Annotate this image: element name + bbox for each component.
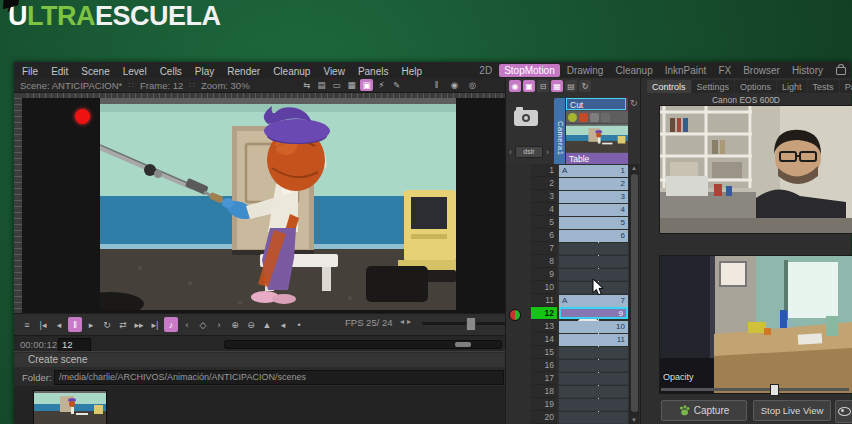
previous-frame-icon[interactable]: ◂ [52,317,66,332]
column-name-header[interactable]: Cut [566,98,626,110]
menu-render[interactable]: Render [227,66,260,77]
frame-number-2[interactable]: 2 [531,177,557,190]
room-tab-drawing[interactable]: Drawing [562,64,609,77]
fx-preview-icon[interactable]: ⚡ [375,79,388,91]
previous-level-icon[interactable]: ‹ [509,147,512,157]
frame-number-6[interactable]: 6 [531,229,557,242]
ping-pong-icon[interactable]: ⇄ [116,317,130,332]
tab-controls[interactable]: Controls [647,80,691,93]
edit-in-place-icon[interactable]: ✎ [390,79,403,91]
frame-number-3[interactable]: 3 [531,190,557,203]
frame-number-20[interactable]: 20 [531,411,557,424]
frame-number-7[interactable]: 7 [531,242,557,255]
scroll-down-icon[interactable]: ▼ [629,417,639,423]
menu-edit[interactable]: Edit [51,66,68,77]
snapshot-icon[interactable]: ▤ [315,79,328,91]
camstand-visible-icon[interactable] [579,113,588,122]
room-tab-fx[interactable]: FX [713,64,736,77]
scene-thumbnail[interactable] [33,390,107,424]
key-icon[interactable]: ◇ [196,317,210,332]
first-frame-icon[interactable]: |◂ [36,317,50,332]
fps-slider-handle[interactable] [466,317,476,331]
test-shot-icon[interactable]: ▦ [551,80,563,92]
room-tab-history[interactable]: History [787,64,828,77]
xsheet-cell-frame-13[interactable]: 10 [559,321,628,333]
current-frame-field[interactable]: 12 [58,338,91,352]
frame-number-12[interactable]: 12 [531,307,557,320]
viewer-menu-icon[interactable]: ≡ [20,317,34,332]
folder-path-input[interactable]: /media/charlie/ARCHIVOS/Animación/ANTICI… [54,370,504,385]
xsheet-cell-frame-11[interactable]: A7 [559,295,628,307]
xsheet-cell-frame-6[interactable]: 6 [559,230,628,242]
frame-number-5[interactable]: 5 [531,216,557,229]
zoom-out-icon[interactable]: ⊖ [244,317,258,332]
play-range-icon[interactable]: ▸▸ [132,317,146,332]
stop-live-view-button[interactable]: Stop Live View [753,400,831,421]
frame-number-4[interactable]: 4 [531,203,557,216]
fps-slider-track[interactable] [422,322,506,325]
xsheet-cell-frame-7[interactable] [559,243,628,255]
flip-v-icon[interactable]: ◂ [276,317,290,332]
play-icon[interactable]: ▸ [84,317,98,332]
camera-stand-view-icon[interactable]: ▣ [360,79,373,91]
xsheet-cell-frame-8[interactable] [559,256,628,268]
xsheet-cell-frame-12[interactable]: 9 [559,307,628,319]
xsheet-cell-frame-19[interactable] [559,399,628,411]
capture-frame-icon[interactable]: ◉ [509,80,521,92]
menu-scene[interactable]: Scene [81,66,109,77]
new-note-icon[interactable]: ▤ [565,80,577,92]
xsheet-cell-frame-20[interactable] [559,412,628,424]
frame-number-17[interactable]: 17 [531,372,557,385]
preview-visible-icon[interactable] [568,113,577,122]
compare-snapshot-icon[interactable]: ▭ [330,79,343,91]
tab-settings[interactable]: Settings [692,80,735,93]
xsheet-cell-frame-18[interactable] [559,386,628,398]
loop-icon[interactable]: ↻ [100,317,114,332]
audio-icon[interactable]: ♪ [164,317,178,332]
menu-view[interactable]: View [323,66,345,77]
frame-number-14[interactable]: 14 [531,333,557,346]
frame-number-13[interactable]: 13 [531,320,557,333]
tab-tests[interactable]: Tests [808,80,839,93]
menu-cleanup[interactable]: Cleanup [273,66,310,77]
fps-step-buttons[interactable]: ◂▸ [400,317,414,326]
frame-number-10[interactable]: 10 [531,281,557,294]
frame-range-handle[interactable] [455,342,471,347]
lock-icon[interactable] [836,67,846,75]
freeze-icon[interactable]: ‖ [430,79,443,91]
menu-help[interactable]: Help [401,66,422,77]
xsheet-cell-frame-3[interactable]: 3 [559,191,628,203]
room-tab-cleanup[interactable]: Cleanup [610,64,657,77]
xsheet-cell-frame-5[interactable]: 5 [559,217,628,229]
view-mode-icon[interactable]: ▦ [345,79,358,91]
frame-number-1[interactable]: 1 [531,164,557,177]
frame-number-8[interactable]: 8 [531,255,557,268]
menu-level[interactable]: Level [123,66,147,77]
frame-number-16[interactable]: 16 [531,359,557,372]
frame-range-bar[interactable] [224,340,502,349]
room-tab-stopmotion[interactable]: StopMotion [499,64,560,77]
room-tab-inknpaint[interactable]: InknPaint [660,64,712,77]
live-view-icon[interactable]: ▣ [523,80,535,92]
xsheet-cell-frame-15[interactable] [559,347,628,359]
xsheet-scrollbar[interactable]: ▲ ▼ [629,164,639,424]
xsheet-cell-frame-17[interactable] [559,373,628,385]
xsheet-cell-frame-1[interactable]: A1 [559,165,628,177]
capture-button[interactable]: Capture [661,400,747,421]
menu-play[interactable]: Play [195,66,214,77]
frame-number-9[interactable]: 9 [531,268,557,281]
last-frame-icon[interactable]: ▸| [148,317,162,332]
tab-options[interactable]: Options [735,80,776,93]
next-level-icon[interactable]: › [546,147,549,157]
pause-icon[interactable]: ‖ [68,317,82,332]
preview-eye-icon[interactable]: ◉ [448,79,461,91]
opacity-slider-track[interactable] [661,388,849,391]
tab-paths[interactable]: Paths [840,80,852,93]
frame-number-11[interactable]: 11 [531,294,557,307]
live-view-eye-button[interactable] [835,400,852,423]
scroll-up-icon[interactable]: ▲ [629,165,639,171]
xsheet-cell-frame-14[interactable]: 11 [559,334,628,346]
frame-number-18[interactable]: 18 [531,385,557,398]
room-tab-2d[interactable]: 2D [474,64,497,77]
frame-number-15[interactable]: 15 [531,346,557,359]
